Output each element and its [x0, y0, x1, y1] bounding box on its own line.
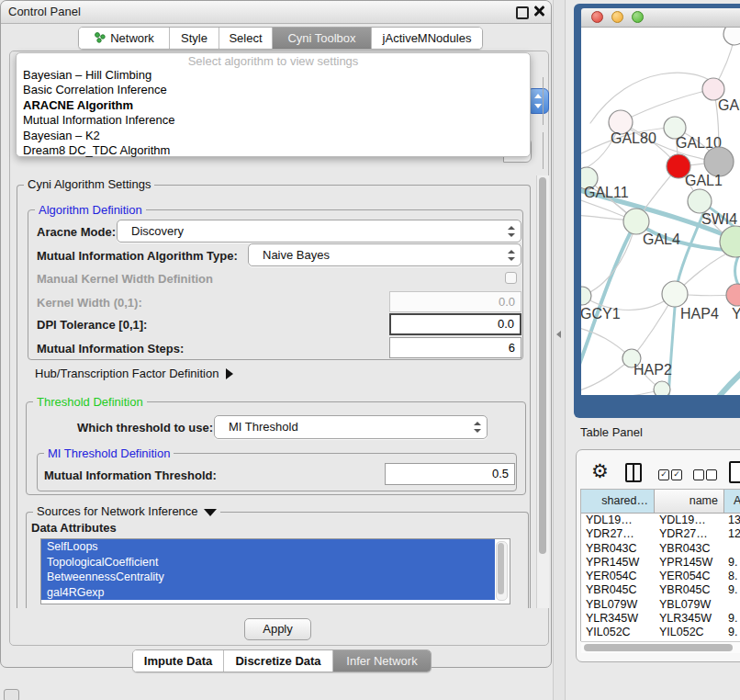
- data-attributes-list[interactable]: SelfLoops TopologicalCoefficient Between…: [40, 538, 510, 604]
- table-row[interactable]: YIL052CYIL052C9.: [581, 626, 740, 639]
- apply-button[interactable]: Apply: [244, 618, 311, 640]
- select-all-columns-icon2[interactable]: ✓: [671, 469, 682, 480]
- dropdown-item[interactable]: Bayesian – K2: [17, 129, 530, 143]
- table-row[interactable]: YDL19…YDL19…13: [581, 514, 740, 527]
- tab-network[interactable]: Network: [79, 28, 170, 49]
- table-cell: YBR043C: [581, 542, 655, 556]
- table-row[interactable]: YPR145WYPR145W9.: [581, 556, 740, 570]
- network-node-y[interactable]: [726, 284, 740, 306]
- deselect-all-columns-icon[interactable]: [693, 469, 704, 480]
- dpi-tolerance-field[interactable]: 0.0: [389, 313, 521, 335]
- dropdown-item[interactable]: ARACNE Algorithm: [17, 98, 530, 113]
- column-header-a[interactable]: A: [724, 490, 740, 514]
- panel-divider[interactable]: [553, 0, 566, 700]
- close-traffic-light[interactable]: [591, 11, 603, 23]
- table-row[interactable]: YBL079WYBL079W: [581, 598, 740, 612]
- tab-jactivemnodules-label: jActiveMNodules: [383, 31, 472, 45]
- table-cell: YDL19…: [581, 514, 655, 527]
- which-threshold-select[interactable]: MI Threshold: [214, 415, 488, 439]
- zoom-traffic-light[interactable]: [632, 11, 644, 23]
- list-scrollbar[interactable]: [496, 541, 508, 601]
- algorithm-dropdown: Select algorithm to view settings Bayesi…: [16, 52, 531, 157]
- settings-scrollbar[interactable]: [536, 175, 549, 608]
- network-node-gcy1[interactable]: [581, 287, 591, 305]
- deselect-all-columns-icon2[interactable]: [706, 469, 717, 480]
- aracne-mode-value: Discovery: [131, 220, 184, 242]
- tab-jactivemnodules[interactable]: jActiveMNodules: [372, 28, 482, 49]
- sources-group-toggle[interactable]: Sources for Network Inference: [33, 504, 220, 518]
- hscrollbar-thumb[interactable]: [584, 644, 733, 651]
- aracne-mode-select[interactable]: Discovery: [117, 220, 521, 243]
- network-canvas[interactable]: GALGAL80GAL10GAL1GAL11SWI4GAL4GCY1HAP4YH…: [581, 28, 740, 395]
- dropdown-item[interactable]: Dream8 DC_TDC Algorithm: [17, 143, 530, 158]
- node-label: SWI4: [701, 211, 737, 227]
- list-item[interactable]: BetweennessCentrality: [41, 570, 495, 585]
- spinner-icon: [508, 250, 514, 261]
- table-row[interactable]: YER054CYER054C8.: [581, 570, 740, 583]
- node-label: GAL: [718, 97, 740, 113]
- table-row[interactable]: YBR043CYBR043C: [581, 542, 740, 556]
- minimize-traffic-light[interactable]: [611, 11, 623, 23]
- kernel-width-field[interactable]: 0.0: [389, 291, 521, 312]
- tab-discretize-data[interactable]: Discretize Data: [224, 650, 333, 672]
- dropdown-item[interactable]: Bayesian – Hill Climbing: [17, 68, 530, 83]
- kernel-width-label: Kernel Width (0,1):: [37, 296, 142, 310]
- collapsed-panel-button[interactable]: [4, 689, 19, 700]
- spinner-icon: [508, 226, 514, 237]
- node-label: Y: [732, 306, 740, 322]
- float-window-icon[interactable]: [516, 6, 529, 19]
- table-row[interactable]: YBR045CYBR045C9.: [581, 583, 740, 597]
- network-edge[interactable]: [581, 390, 662, 395]
- network-node-swi4[interactable]: [688, 189, 712, 213]
- tab-cyni-toolbox[interactable]: Cyni Toolbox: [273, 28, 372, 49]
- network-edge-selected[interactable]: [717, 368, 740, 395]
- table-cell: YDR27…: [655, 527, 724, 541]
- tab-select[interactable]: Select: [219, 28, 273, 49]
- control-panel-titlebar: Control Panel: [1, 1, 551, 24]
- network-edge-selected[interactable]: [668, 296, 676, 395]
- mi-steps-field[interactable]: 6: [389, 337, 521, 358]
- hub-definition-toggle[interactable]: Hub/Transcription Factor Definition: [35, 367, 233, 380]
- threshold-definition-title: Threshold Definition: [33, 395, 147, 409]
- network-node[interactable]: [723, 28, 740, 45]
- list-item[interactable]: SelfLoops: [41, 539, 495, 555]
- mi-type-select[interactable]: Naive Bayes: [248, 243, 521, 266]
- sources-group-title: Sources for Network Inference: [37, 504, 198, 518]
- list-item[interactable]: TopologicalCoefficient: [41, 555, 495, 570]
- select-all-columns-icon[interactable]: ✓: [658, 469, 669, 480]
- dropdown-item[interactable]: Mutual Information Inference: [17, 113, 530, 128]
- table-hscrollbar[interactable]: [581, 641, 740, 653]
- collapsed-arrow-icon: [226, 368, 233, 379]
- tab-network-label: Network: [110, 31, 154, 45]
- network-node-hap4[interactable]: [662, 281, 688, 307]
- tab-impute-data[interactable]: Impute Data: [133, 650, 224, 672]
- list-item[interactable]: gal4RGexp: [41, 585, 495, 601]
- dropdown-item[interactable]: Basic Correlation Inference: [17, 83, 530, 97]
- network-edge[interactable]: [621, 89, 713, 122]
- column-header-name[interactable]: name: [655, 490, 724, 514]
- splitter-arrow-icon[interactable]: [556, 331, 561, 338]
- network-window-titlebar[interactable]: [581, 8, 740, 28]
- mi-threshold-field[interactable]: 0.5: [385, 463, 515, 485]
- network-node[interactable]: [720, 226, 740, 257]
- column-layout-icon[interactable]: [625, 463, 642, 482]
- mi-type-value: Naive Bayes: [263, 244, 330, 265]
- tab-style[interactable]: Style: [170, 28, 219, 49]
- tab-infer-network[interactable]: Infer Network: [333, 650, 431, 672]
- network-node-gal4[interactable]: [623, 209, 649, 234]
- table-cell: YBL079W: [581, 598, 655, 612]
- manual-kernel-checkbox[interactable]: [505, 272, 517, 284]
- network-node[interactable]: [654, 381, 670, 395]
- table-row[interactable]: YDR27…YDR27…12: [581, 527, 740, 541]
- export-table-icon[interactable]: [729, 461, 740, 483]
- network-edge[interactable]: [590, 73, 715, 123]
- table-settings-gear-icon[interactable]: ⚙: [591, 460, 609, 482]
- table-cell: YBL079W: [655, 598, 724, 612]
- scrollbar-thumb[interactable]: [539, 177, 546, 554]
- table-cell: [724, 598, 740, 612]
- close-window-icon[interactable]: [533, 5, 544, 17]
- group-border-fragment: [543, 77, 544, 125]
- column-header-shared[interactable]: shared…: [581, 490, 655, 514]
- table-row[interactable]: YLR345WYLR345W9.: [581, 612, 740, 626]
- tab-discretize-data-label: Discretize Data: [235, 654, 320, 668]
